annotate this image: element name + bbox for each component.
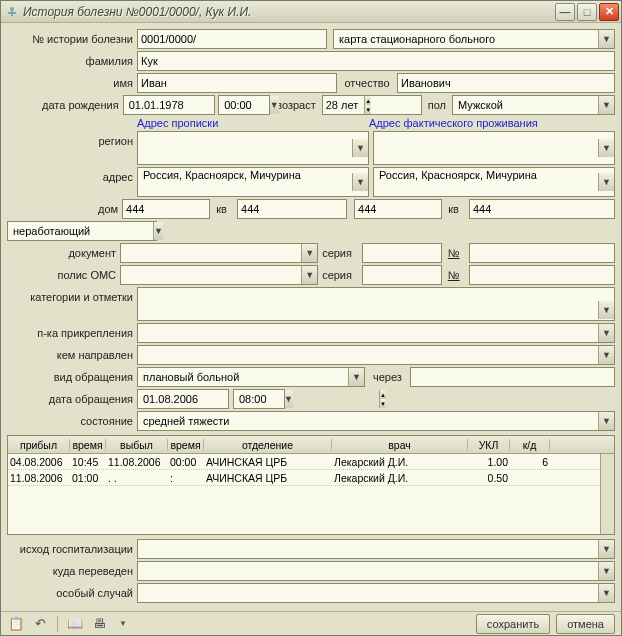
table-row[interactable]: 11.08.200601:00. .:АЧИНСКАЯ ЦРБЛекарский… — [8, 470, 614, 486]
transfer-combo[interactable]: ▼ — [137, 561, 615, 581]
spin-up-icon[interactable]: ▲ — [364, 96, 371, 105]
chevron-down-icon[interactable]: ▼ — [352, 173, 368, 191]
label-dob: дата рождения — [7, 99, 123, 111]
label-doc-number: № — [442, 247, 469, 259]
chevron-down-icon[interactable]: ▼ — [352, 139, 368, 157]
chevron-down-icon[interactable]: ▼ — [598, 30, 614, 48]
region-fact-combo[interactable]: ▼ — [373, 131, 615, 165]
flat-reg-input[interactable] — [237, 199, 347, 219]
chevron-down-icon[interactable]: ▼ — [598, 562, 614, 580]
history-no-input[interactable] — [137, 29, 327, 49]
region-reg-combo[interactable]: ▼ — [137, 131, 369, 165]
chevron-down-icon[interactable]: ▼ — [301, 266, 317, 284]
employment-combo[interactable]: ▼ — [7, 221, 157, 241]
label-house: дом — [7, 203, 122, 215]
label-special: особый случай — [7, 587, 137, 599]
chevron-down-icon[interactable]: ▼ — [598, 346, 614, 364]
table-header: прибыл время выбыл время отделение врач … — [8, 436, 614, 454]
categories-combo[interactable]: ▼ — [137, 287, 615, 321]
spin-down-icon[interactable]: ▼ — [379, 399, 386, 408]
special-combo[interactable]: ▼ — [137, 583, 615, 603]
window-title: История болезни №0001/0000/, Кук И.И. — [23, 5, 553, 19]
attach-combo[interactable]: ▼ — [137, 323, 615, 343]
label-referred: кем направлен — [7, 349, 137, 361]
footer-toolbar: 📋 ↶ 📖 🖶 ▼ сохранить отмена — [1, 611, 621, 635]
house-reg-input[interactable] — [122, 199, 210, 219]
table-row[interactable]: 04.08.200610:4511.08.200600:00АЧИНСКАЯ Ц… — [8, 454, 614, 470]
cancel-button[interactable]: отмена — [556, 614, 615, 634]
chevron-down-icon[interactable]: ▼ — [598, 412, 614, 430]
omc-number-input[interactable] — [469, 265, 615, 285]
label-address: адрес — [7, 167, 137, 197]
state-combo[interactable]: ▼ — [137, 411, 615, 431]
separator — [57, 616, 58, 632]
link-address-fact[interactable]: Адрес фактического проживания — [369, 117, 538, 129]
omc-series-input[interactable] — [362, 265, 442, 285]
patronymic-input[interactable] — [397, 73, 615, 93]
label-flat2: кв — [442, 203, 469, 215]
address-reg-text[interactable] — [141, 169, 352, 195]
svg-rect-2 — [8, 12, 16, 14]
spin-down-icon[interactable]: ▼ — [364, 105, 371, 114]
dropdown-arrow-icon[interactable]: ▼ — [114, 615, 132, 633]
card-type-text[interactable] — [337, 31, 598, 47]
chevron-down-icon[interactable]: ▼ — [598, 173, 614, 191]
app-icon — [5, 5, 19, 19]
label-patronymic: отчество — [337, 77, 397, 89]
clipboard-icon[interactable]: 📋 — [7, 615, 25, 633]
spin-up-icon[interactable]: ▲ — [379, 390, 386, 399]
house-fact-input[interactable] — [354, 199, 442, 219]
table-scrollbar[interactable] — [600, 454, 614, 534]
close-button[interactable]: ✕ — [599, 3, 619, 21]
chevron-down-icon[interactable]: ▼ — [598, 540, 614, 558]
referred-combo[interactable]: ▼ — [137, 345, 615, 365]
address-fact-text[interactable] — [377, 169, 598, 195]
book-icon[interactable]: 📖 — [66, 615, 84, 633]
label-omc-series: серия — [318, 269, 362, 281]
label-doc-series: серия — [318, 247, 362, 259]
maximize-button[interactable]: □ — [577, 3, 597, 21]
chevron-down-icon[interactable]: ▼ — [598, 301, 614, 319]
label-through: через — [365, 371, 410, 383]
save-button[interactable]: сохранить — [476, 614, 550, 634]
label-categories: категории и отметки — [7, 287, 137, 321]
visit-time-input[interactable]: ▲▼ — [233, 389, 285, 409]
label-transfer: куда переведен — [7, 565, 137, 577]
visit-type-combo[interactable]: ▼ — [137, 367, 365, 387]
link-address-reg[interactable]: Адрес прописки — [137, 117, 369, 129]
label-surname: фамилия — [7, 55, 137, 67]
visit-date-input[interactable]: ▼ — [137, 389, 229, 409]
chevron-down-icon[interactable]: ▼ — [301, 244, 317, 262]
outcome-combo[interactable]: ▼ — [137, 539, 615, 559]
chevron-down-icon[interactable]: ▼ — [598, 96, 614, 114]
chevron-down-icon[interactable]: ▼ — [153, 222, 163, 240]
address-reg-combo[interactable]: ▼ — [137, 167, 369, 197]
titlebar: История болезни №0001/0000/, Кук И.И. — … — [1, 1, 621, 23]
sex-combo[interactable]: ▼ — [452, 95, 615, 115]
label-omc: полис ОМС — [7, 269, 120, 281]
document-type-combo[interactable]: ▼ — [120, 243, 318, 263]
through-input[interactable] — [410, 367, 615, 387]
address-fact-combo[interactable]: ▼ — [373, 167, 615, 197]
chevron-down-icon[interactable]: ▼ — [598, 139, 614, 157]
doc-series-input[interactable] — [362, 243, 442, 263]
print-icon[interactable]: 🖶 — [90, 615, 108, 633]
dob-time-input[interactable]: ▲▼ — [218, 95, 270, 115]
name-input[interactable] — [137, 73, 337, 93]
chevron-down-icon[interactable]: ▼ — [348, 368, 364, 386]
label-state: состояние — [7, 415, 137, 427]
label-attach: п-ка прикрепления — [7, 327, 137, 339]
label-omc-number: № — [442, 269, 469, 281]
doc-number-input[interactable] — [469, 243, 615, 263]
chevron-down-icon[interactable]: ▼ — [598, 584, 614, 602]
dob-date-input[interactable]: ▼ — [123, 95, 215, 115]
omc-combo[interactable]: ▼ — [120, 265, 318, 285]
chevron-down-icon[interactable]: ▼ — [598, 324, 614, 342]
undo-icon[interactable]: ↶ — [31, 615, 49, 633]
label-outcome: исход госпитализации — [7, 543, 137, 555]
minimize-button[interactable]: — — [555, 3, 575, 21]
flat-fact-input[interactable] — [469, 199, 615, 219]
card-type-combo[interactable]: ▼ — [333, 29, 615, 49]
surname-input[interactable] — [137, 51, 615, 71]
hospitalization-table[interactable]: прибыл время выбыл время отделение врач … — [7, 435, 615, 535]
